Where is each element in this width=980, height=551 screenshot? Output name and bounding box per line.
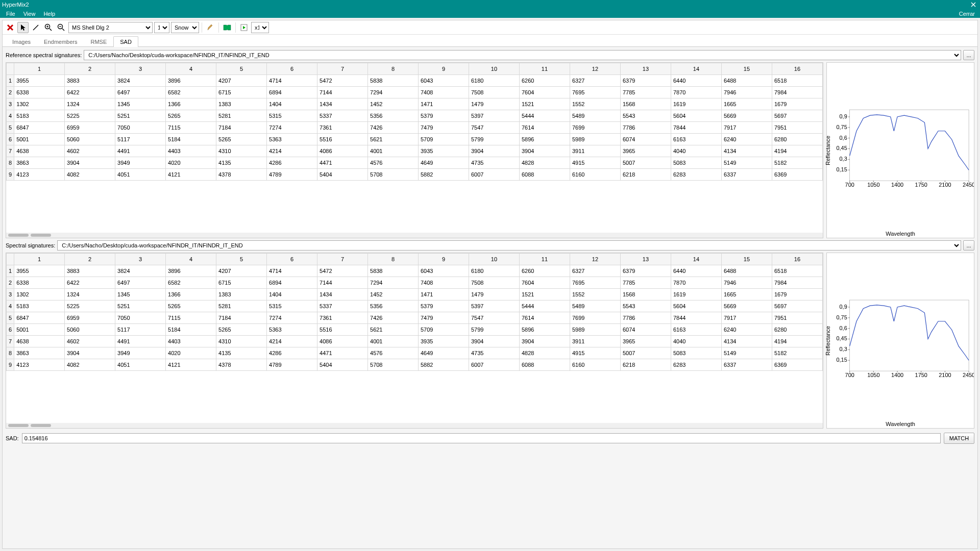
cell[interactable]: 4310 bbox=[216, 145, 267, 157]
cell[interactable]: 5799 bbox=[469, 324, 519, 336]
col-header[interactable]: 12 bbox=[570, 254, 620, 265]
cell[interactable]: 7508 bbox=[469, 277, 519, 289]
cell[interactable]: 3965 bbox=[620, 336, 671, 347]
table-row[interactable]: 2633864226497658267156894714472947408750… bbox=[7, 87, 823, 98]
cell[interactable]: 6160 bbox=[570, 169, 620, 181]
cell[interactable]: 4491 bbox=[115, 336, 166, 347]
cell[interactable]: 6180 bbox=[469, 75, 519, 87]
table-row[interactable]: 3130213241345136613831404143414521471147… bbox=[7, 98, 823, 110]
cell[interactable]: 6088 bbox=[519, 169, 570, 181]
cell[interactable]: 5251 bbox=[115, 300, 166, 312]
cell[interactable]: 5225 bbox=[65, 300, 115, 312]
table-row[interactable]: 4518352255251526552815315533753565379539… bbox=[7, 110, 823, 122]
zoom-out-button[interactable] bbox=[56, 22, 67, 33]
cell[interactable]: 1452 bbox=[368, 289, 419, 300]
cell[interactable]: 3904 bbox=[519, 145, 570, 157]
cell[interactable]: 3935 bbox=[419, 145, 469, 157]
cell[interactable]: 3883 bbox=[65, 265, 115, 277]
cell[interactable]: 4121 bbox=[166, 169, 216, 181]
table-row[interactable]: 9412340824051412143784789540457085882600… bbox=[7, 359, 823, 371]
cell[interactable]: 6240 bbox=[721, 324, 772, 336]
cell[interactable]: 6894 bbox=[267, 87, 317, 98]
cell[interactable]: 7115 bbox=[166, 122, 216, 134]
cell[interactable]: 5265 bbox=[166, 300, 216, 312]
cell[interactable]: 6440 bbox=[671, 75, 721, 87]
cell[interactable]: 1665 bbox=[721, 98, 772, 110]
cell[interactable]: 5315 bbox=[267, 110, 317, 122]
cell[interactable]: 7785 bbox=[620, 87, 671, 98]
cell[interactable]: 4471 bbox=[317, 157, 368, 169]
cell[interactable]: 3965 bbox=[620, 145, 671, 157]
menu-file[interactable]: File bbox=[2, 11, 19, 17]
col-header[interactable]: 1 bbox=[14, 254, 65, 265]
col-header[interactable]: 14 bbox=[671, 63, 721, 75]
col-header[interactable]: 12 bbox=[570, 63, 620, 75]
col-header[interactable]: 7 bbox=[317, 254, 368, 265]
table-row[interactable]: 7463846024491440343104214408640013935390… bbox=[7, 336, 823, 347]
col-header[interactable]: 1 bbox=[14, 63, 65, 75]
cell[interactable]: 6283 bbox=[671, 169, 721, 181]
cell[interactable]: 4714 bbox=[267, 265, 317, 277]
cell[interactable]: 4602 bbox=[65, 145, 115, 157]
cell[interactable]: 7508 bbox=[469, 87, 519, 98]
cell[interactable]: 6338 bbox=[14, 87, 65, 98]
cell[interactable]: 4602 bbox=[65, 336, 115, 347]
cell[interactable]: 5621 bbox=[368, 134, 419, 145]
col-header[interactable]: 11 bbox=[519, 63, 570, 75]
cell[interactable]: 6582 bbox=[166, 277, 216, 289]
cell[interactable]: 7604 bbox=[519, 87, 570, 98]
cell[interactable]: 6379 bbox=[620, 265, 671, 277]
col-header[interactable]: 8 bbox=[368, 63, 419, 75]
line-button[interactable] bbox=[30, 22, 41, 33]
cell[interactable]: 5489 bbox=[570, 110, 620, 122]
cell[interactable]: 5356 bbox=[368, 110, 419, 122]
cell[interactable]: 7946 bbox=[721, 277, 772, 289]
col-header[interactable]: 2 bbox=[65, 63, 115, 75]
cell[interactable]: 4194 bbox=[772, 145, 822, 157]
cell[interactable]: 1452 bbox=[368, 98, 419, 110]
cell[interactable]: 4040 bbox=[671, 145, 721, 157]
cell[interactable]: 5251 bbox=[115, 110, 166, 122]
cell[interactable]: 4123 bbox=[14, 169, 65, 181]
col-header[interactable]: 15 bbox=[721, 63, 772, 75]
cell[interactable]: 5281 bbox=[216, 300, 267, 312]
cell[interactable]: 4286 bbox=[267, 347, 317, 359]
cell[interactable]: 1552 bbox=[570, 289, 620, 300]
reference-table[interactable]: 1234567891011121314151613955388338243896… bbox=[6, 62, 823, 238]
cell[interactable]: 5838 bbox=[368, 75, 419, 87]
cell[interactable]: 4286 bbox=[267, 157, 317, 169]
cell[interactable]: 5516 bbox=[317, 324, 368, 336]
cell[interactable]: 4403 bbox=[166, 145, 216, 157]
cell[interactable]: 6163 bbox=[671, 134, 721, 145]
cell[interactable]: 6240 bbox=[721, 134, 772, 145]
cell[interactable]: 5007 bbox=[620, 347, 671, 359]
cell[interactable]: 3896 bbox=[166, 265, 216, 277]
cell[interactable]: 5472 bbox=[317, 265, 368, 277]
cell[interactable]: 6043 bbox=[419, 265, 469, 277]
cell[interactable]: 7695 bbox=[570, 87, 620, 98]
cell[interactable]: 5397 bbox=[469, 300, 519, 312]
cell[interactable]: 4123 bbox=[14, 359, 65, 371]
cell[interactable]: 7274 bbox=[267, 312, 317, 324]
cell[interactable]: 5543 bbox=[620, 110, 671, 122]
col-header[interactable]: 6 bbox=[267, 254, 317, 265]
font-select[interactable]: MS Shell Dlg 2 bbox=[68, 22, 153, 33]
cell[interactable]: 4134 bbox=[721, 336, 772, 347]
cell[interactable]: 7184 bbox=[216, 122, 267, 134]
cell[interactable]: 5149 bbox=[721, 157, 772, 169]
cell[interactable]: 4040 bbox=[671, 336, 721, 347]
cell[interactable]: 5007 bbox=[620, 157, 671, 169]
cell[interactable]: 4001 bbox=[368, 336, 419, 347]
cell[interactable]: 7699 bbox=[570, 312, 620, 324]
table-row[interactable]: 6500150605117518452655363551656215709579… bbox=[7, 134, 823, 145]
cell[interactable]: 4214 bbox=[267, 336, 317, 347]
col-header[interactable]: 3 bbox=[115, 254, 166, 265]
cell[interactable]: 7115 bbox=[166, 312, 216, 324]
cell[interactable]: 5709 bbox=[419, 134, 469, 145]
cell[interactable]: 5543 bbox=[620, 300, 671, 312]
cell[interactable]: 1471 bbox=[419, 98, 469, 110]
cell[interactable]: 4649 bbox=[419, 347, 469, 359]
cell[interactable]: 6043 bbox=[419, 75, 469, 87]
spectral-browse-button[interactable]: ... bbox=[963, 240, 974, 251]
cell[interactable]: 4576 bbox=[368, 157, 419, 169]
